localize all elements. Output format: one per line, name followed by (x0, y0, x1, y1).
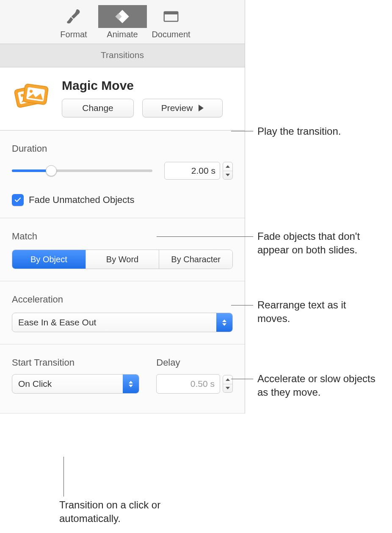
annotation-preview: Play the transition. (257, 125, 341, 138)
fade-unmatched-label: Fade Unmatched Objects (29, 194, 134, 205)
fade-unmatched-checkbox[interactable] (12, 194, 24, 206)
acceleration-popup[interactable]: Ease In & Ease Out (12, 313, 233, 332)
delay-title: Delay (156, 357, 233, 368)
annotation-accel: Accelerate or slow objects as they move. (257, 372, 384, 400)
start-transition-popup[interactable]: On Click (12, 374, 139, 394)
tab-document-label: Document (147, 29, 196, 41)
tab-animate[interactable]: Animate (98, 5, 147, 41)
delay-field[interactable]: 0.50 s (156, 374, 220, 394)
effect-name: Magic Move (62, 78, 233, 93)
preview-button[interactable]: Preview (142, 99, 223, 117)
start-title: Start Transition (12, 357, 139, 368)
delay-stepper[interactable] (223, 375, 233, 393)
change-button[interactable]: Change (62, 99, 134, 117)
duration-title: Duration (12, 143, 233, 154)
chevron-updown-icon (216, 313, 232, 332)
tab-document[interactable]: Document (147, 5, 196, 41)
svg-rect-1 (164, 12, 178, 14)
match-section: Match By Object By Word By Character (0, 218, 245, 281)
match-by-word[interactable]: By Word (86, 250, 160, 269)
match-segmented: By Object By Word By Character (12, 250, 233, 269)
annotation-fade: Fade objects that don't appear on both s… (257, 230, 384, 257)
inspector-window: Format Animate Document Transitions (0, 0, 245, 414)
duration-slider[interactable] (12, 167, 152, 175)
match-by-object[interactable]: By Object (12, 250, 86, 269)
play-icon (199, 105, 204, 111)
tab-animate-label: Animate (98, 29, 147, 41)
diamond-icon (113, 8, 131, 25)
tab-format[interactable]: Format (50, 5, 98, 41)
duration-section: Duration 2.00 s (0, 130, 245, 218)
transition-icon (12, 78, 51, 112)
acceleration-section: Acceleration Ease In & Ease Out (0, 281, 245, 344)
annotation-start: Transition on a click or automatically. (59, 498, 186, 526)
pane-title: Transitions (0, 44, 245, 67)
annotation-match: Rearrange text as it moves. (257, 298, 367, 326)
match-by-character[interactable]: By Character (159, 250, 232, 269)
tab-format-label: Format (50, 29, 98, 41)
effect-section: Magic Move Change Preview (0, 67, 245, 130)
inspector-toolbar: Format Animate Document (0, 0, 245, 44)
chevron-updown-icon (123, 375, 139, 393)
duration-stepper[interactable] (223, 162, 233, 180)
paintbrush-icon (65, 8, 83, 25)
document-icon (163, 10, 179, 23)
acceleration-title: Acceleration (12, 294, 233, 305)
duration-field[interactable]: 2.00 s (164, 162, 220, 180)
start-delay-section: Start Transition On Click Delay 0.50 s (0, 344, 245, 414)
